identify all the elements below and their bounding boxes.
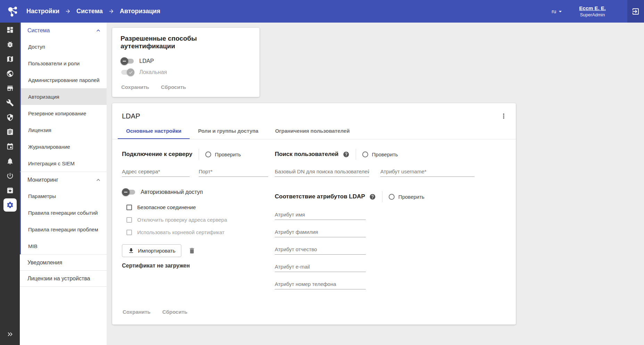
checkbox-label: Безопасное соединение <box>137 204 196 210</box>
rail-item-map[interactable] <box>0 52 20 66</box>
group-label: Мониторинг <box>27 177 58 183</box>
sidebar-item-parameters[interactable]: Параметры <box>20 188 107 204</box>
connection-check-radio[interactable]: Проверить <box>205 151 241 157</box>
globe-icon <box>6 70 14 77</box>
ldap-toggle[interactable] <box>121 57 134 65</box>
wrench-icon <box>6 99 14 107</box>
auth-methods-title: Разрешенные способы аутентификации <box>121 35 251 50</box>
sidebar-expand-button[interactable] <box>0 327 20 342</box>
sidebar-item-logging[interactable]: Журналирование <box>20 138 107 155</box>
user-name[interactable]: Eccm E. E. <box>579 5 606 11</box>
rail-item-notifications[interactable] <box>0 154 20 169</box>
breadcrumb-system[interactable]: Система <box>76 8 103 15</box>
attr-email-input[interactable] <box>275 262 366 272</box>
sidebar-group-header-device-licenses[interactable]: Лицензии на устройства <box>20 271 107 286</box>
sidebar-item-backup[interactable]: Резервное копирование <box>20 105 107 122</box>
rail-item-tasks[interactable] <box>0 125 20 139</box>
attribute-mapping-check-radio[interactable]: Проверить <box>389 194 424 200</box>
sidebar-item-password-admin[interactable]: Администрирование паролей <box>20 72 107 88</box>
ldap-tabs: Основные настройки Роли и группы доступа… <box>112 123 516 139</box>
logout-button[interactable] <box>627 0 644 23</box>
app-logo-icon[interactable] <box>5 4 20 19</box>
sidebar-item-event-rules[interactable]: Правила генерации событий <box>20 204 107 221</box>
rail-item-network[interactable] <box>0 66 20 81</box>
connection-column: Подключение к серверу Проверить <box>122 148 275 289</box>
local-toggle-row[interactable]: Локальная <box>121 67 251 78</box>
radio-icon <box>362 151 368 157</box>
authorized-access-toggle[interactable] <box>122 188 136 196</box>
sidebar-group-device-licenses: Лицензии на устройства <box>20 271 107 286</box>
attr-phone-input[interactable] <box>275 279 366 289</box>
rail-item-problems[interactable] <box>0 37 20 52</box>
language-selector[interactable]: ru <box>552 8 564 15</box>
attr-first-name-field <box>275 210 506 220</box>
rail-item-dashboard[interactable] <box>0 23 20 37</box>
tab-user-restrictions[interactable]: Ограничения пользователей <box>267 123 358 139</box>
rail-item-devices[interactable] <box>0 81 20 96</box>
rail-item-power[interactable] <box>0 169 20 183</box>
attr-last-name-input[interactable] <box>275 227 366 237</box>
sidebar-group-header-system[interactable]: Система <box>20 23 107 38</box>
chevron-down-icon <box>557 8 564 15</box>
sidebar-item-siem[interactable]: Интеграция с SIEM <box>20 155 107 172</box>
import-certificate-button[interactable]: Импортировать <box>122 244 181 257</box>
rail-item-security[interactable] <box>0 110 20 125</box>
user-search-check-radio[interactable]: Проверить <box>362 151 398 157</box>
ldap-card-header: LDAP <box>112 103 516 123</box>
sidebar-item-license[interactable]: Лицензия <box>20 122 107 138</box>
tab-main-settings[interactable]: Основные настройки <box>118 123 190 139</box>
topbar: Настройки Система Авторизация ru Eccm E.… <box>0 0 644 23</box>
radio-icon <box>205 151 211 157</box>
username-attribute-input[interactable] <box>380 166 474 177</box>
breadcrumb-authorization[interactable]: Авторизация <box>120 8 160 15</box>
sidebar-item-access[interactable]: Доступ <box>20 38 107 55</box>
user-menu[interactable]: Eccm E. E. SuperAdmin <box>579 5 606 17</box>
import-button-label: Импортировать <box>138 248 175 254</box>
ldap-save-button[interactable]: Сохранить <box>122 307 151 317</box>
attribute-mapping-help-button[interactable] <box>369 194 376 200</box>
sidebar-item-users-roles[interactable]: Пользователи и роли <box>20 55 107 72</box>
checkbox-use-root-certificate[interactable]: Использовать корневой сертификат <box>122 229 275 235</box>
rail-item-settings[interactable] <box>0 198 20 212</box>
breadcrumb: Настройки Система Авторизация <box>26 8 160 15</box>
language-label: ru <box>552 8 556 14</box>
main-content: Разрешенные способы аутентификации LDAP … <box>107 23 644 345</box>
attr-email-field <box>275 262 506 272</box>
base-dn-input[interactable] <box>275 166 369 177</box>
local-toggle[interactable] <box>121 68 134 76</box>
rail-item-archive[interactable] <box>0 183 20 198</box>
ldap-reset-button[interactable]: Сбросить <box>162 307 188 317</box>
settings-active-highlight <box>3 198 17 212</box>
connection-section-header: Подключение к серверу Проверить <box>122 148 275 160</box>
delete-certificate-button[interactable] <box>188 246 196 255</box>
help-icon <box>369 194 376 200</box>
checkbox-disable-address-check[interactable]: Отключить проверку адреса сервера <box>122 217 275 223</box>
user-search-help-button[interactable] <box>343 151 349 158</box>
ldap-menu-button[interactable] <box>498 111 509 121</box>
ldap-card: LDAP Основные настройки Роли и группы до… <box>112 103 516 325</box>
attr-middle-name-input[interactable] <box>275 244 366 255</box>
breadcrumb-settings[interactable]: Настройки <box>26 8 59 15</box>
vertical-divider <box>356 149 356 160</box>
bug-icon <box>6 41 14 48</box>
port-input[interactable] <box>199 166 268 177</box>
sidebar-group-header-notifications[interactable]: Уведомления <box>20 255 107 270</box>
sidebar-group-notifications: Уведомления <box>20 255 107 270</box>
sidebar-group-header-monitoring[interactable]: Мониторинг <box>20 172 107 188</box>
attr-first-name-input[interactable] <box>275 210 366 220</box>
map-icon <box>6 55 14 63</box>
checkbox-secure-connection[interactable]: Безопасное соединение <box>122 204 275 210</box>
tab-roles-groups[interactable]: Роли и группы доступа <box>190 123 267 139</box>
sidebar-item-mib[interactable]: MIB <box>20 238 107 254</box>
auth-reset-button[interactable]: Сбросить <box>160 82 187 92</box>
sidebar-item-authorization[interactable]: Авторизация <box>20 88 107 105</box>
user-role: SuperAdmin <box>579 12 606 17</box>
ldap-toggle-row[interactable]: LDAP <box>121 56 251 67</box>
rail-item-schedule[interactable] <box>0 139 20 154</box>
sidebar-item-problem-rules[interactable]: Правила генерации проблем <box>20 221 107 238</box>
server-address-input[interactable] <box>122 166 190 177</box>
checkbox-icon <box>126 230 132 235</box>
authorized-access-toggle-row[interactable]: Авторизованный доступ <box>122 187 275 198</box>
auth-save-button[interactable]: Сохранить <box>121 82 150 92</box>
rail-item-tools[interactable] <box>0 96 20 110</box>
